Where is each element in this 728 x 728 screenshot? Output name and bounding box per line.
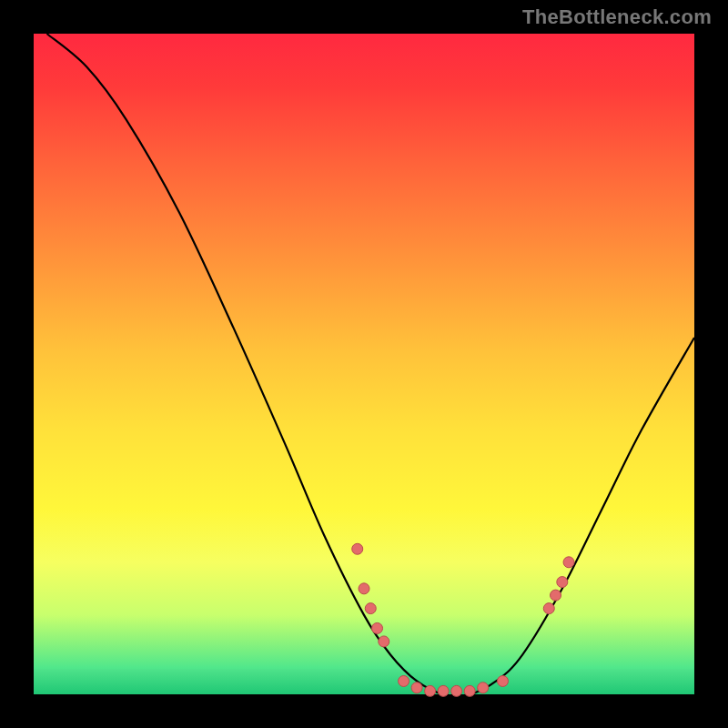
data-point <box>543 603 554 614</box>
chart-container: TheBottleneck.com <box>0 0 728 728</box>
chart-svg <box>34 34 694 694</box>
data-point <box>379 636 389 647</box>
data-point <box>478 682 489 693</box>
data-point <box>365 603 376 614</box>
data-point <box>372 622 383 633</box>
bottleneck-curve <box>47 34 694 696</box>
data-point <box>557 577 568 588</box>
data-point <box>563 557 574 568</box>
plot-area <box>34 34 694 694</box>
data-point <box>464 685 475 696</box>
data-point <box>425 685 436 696</box>
data-point <box>399 675 410 686</box>
watermark-text: TheBottleneck.com <box>522 5 712 29</box>
data-point <box>438 685 449 696</box>
data-point <box>451 685 462 696</box>
data-point <box>411 682 422 693</box>
data-point <box>551 590 561 601</box>
data-point <box>497 675 508 686</box>
data-point <box>352 543 363 554</box>
data-point <box>359 583 369 594</box>
